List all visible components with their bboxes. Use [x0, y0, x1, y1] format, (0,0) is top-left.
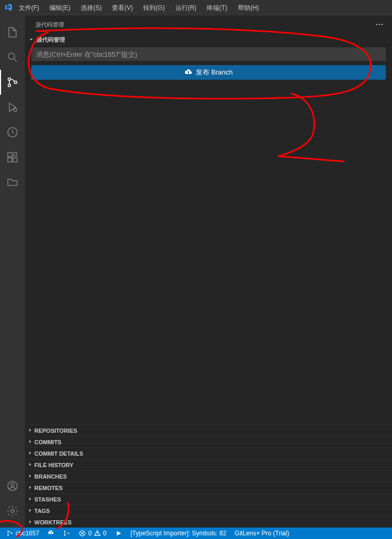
chevron-right-icon — [27, 438, 33, 446]
sidebar-title: 源代码管理 — [35, 21, 64, 29]
activity-bar — [0, 16, 25, 528]
status-debug-start[interactable] — [113, 528, 124, 539]
status-problems[interactable]: 0 0 — [77, 528, 108, 539]
svg-point-20 — [65, 534, 66, 536]
svg-point-2 — [8, 84, 11, 87]
section-worktrees[interactable]: WORKTREES — [25, 516, 392, 528]
more-actions-icon[interactable] — [375, 20, 384, 30]
publish-branch-button[interactable]: 发布 Branch — [31, 65, 386, 80]
activity-explorer[interactable] — [0, 20, 25, 45]
status-branch[interactable]: cbc1657 — [4, 528, 41, 539]
chevron-down-icon — [27, 36, 35, 43]
chevron-right-icon — [27, 484, 33, 492]
section-label: COMMITS — [34, 439, 61, 445]
chevron-right-icon — [27, 473, 33, 480]
svg-rect-7 — [8, 158, 12, 162]
chevron-right-icon — [27, 496, 33, 503]
status-errors-count: 0 — [88, 530, 92, 537]
chevron-right-icon — [27, 461, 33, 469]
status-sync[interactable] — [45, 528, 57, 539]
section-commit-details[interactable]: COMMIT DETAILS — [25, 447, 392, 459]
menu-file[interactable]: 文件(F) — [15, 2, 43, 15]
svg-point-3 — [15, 81, 17, 84]
activity-settings[interactable] — [0, 498, 25, 523]
section-label: REMOTES — [34, 485, 62, 491]
section-label: STASHES — [34, 496, 61, 503]
section-file-history[interactable]: FILE HISTORY — [25, 459, 392, 470]
svg-rect-6 — [8, 153, 12, 157]
section-commits[interactable]: COMMITS — [25, 436, 392, 447]
status-gitlens-label: GitLens+ Pro (Trial) — [235, 530, 289, 537]
section-repositories[interactable]: REPOSITORIES — [25, 424, 392, 436]
svg-point-19 — [65, 531, 66, 532]
section-label: TAGS — [34, 508, 50, 514]
status-gitlens-icon[interactable] — [61, 528, 72, 539]
menu-run[interactable]: 运行(R) — [171, 2, 201, 15]
chevron-right-icon — [27, 450, 33, 457]
svg-point-15 — [382, 23, 383, 24]
activity-run-debug[interactable] — [0, 95, 25, 120]
svg-point-14 — [379, 23, 380, 24]
section-branches[interactable]: BRANCHES — [25, 470, 392, 482]
activity-extensions[interactable] — [0, 145, 25, 170]
gitlens-sections: REPOSITORIES COMMITS COMMIT DETAILS FILE… — [25, 424, 392, 528]
svg-point-13 — [376, 23, 377, 24]
svg-point-0 — [8, 53, 15, 59]
vscode-logo-icon — [4, 3, 12, 13]
svg-rect-9 — [14, 153, 17, 156]
cloud-upload-icon — [184, 68, 193, 78]
section-label: FILE HISTORY — [34, 462, 73, 468]
menu-edit[interactable]: 编辑(E) — [45, 2, 74, 15]
chevron-right-icon — [27, 507, 33, 515]
section-label: WORKTREES — [34, 519, 72, 525]
activity-timeline[interactable] — [0, 120, 25, 145]
status-ts-importer[interactable]: [TypeScript Importer]: Symbols: 82 — [129, 528, 229, 539]
menu-selection[interactable]: 选择(S) — [77, 2, 106, 15]
scm-section-label: 源代码管理 — [36, 36, 65, 44]
section-stashes[interactable]: STASHES — [25, 493, 392, 505]
status-gitlens-pro[interactable]: GitLens+ Pro (Trial) — [233, 528, 292, 539]
svg-point-12 — [11, 509, 14, 512]
activity-folder[interactable] — [0, 170, 25, 195]
menu-go[interactable]: 转到(G) — [139, 2, 169, 15]
sidebar-header: 源代码管理 — [25, 16, 392, 34]
svg-point-17 — [7, 534, 9, 536]
section-label: BRANCHES — [34, 473, 67, 480]
status-branch-name: cbc1657 — [16, 530, 39, 537]
activity-scm[interactable] — [0, 70, 25, 95]
publish-branch-label: 发布 Branch — [196, 68, 233, 77]
section-tags[interactable]: TAGS — [25, 505, 392, 516]
section-label: COMMIT DETAILS — [34, 450, 83, 457]
section-label: REPOSITORIES — [34, 428, 77, 434]
chevron-right-icon — [27, 519, 33, 526]
chevron-right-icon — [27, 427, 33, 434]
titlebar: 文件(F) 编辑(E) 选择(S) 查看(V) 转到(G) 运行(R) 终端(T… — [0, 0, 392, 16]
scm-empty-area — [25, 84, 392, 424]
svg-point-11 — [11, 483, 14, 486]
main: 源代码管理 源代码管理 发布 Branch — [0, 16, 392, 528]
svg-point-18 — [11, 533, 12, 534]
section-remotes[interactable]: REMOTES — [25, 482, 392, 493]
activity-accounts[interactable] — [0, 473, 25, 498]
menu-view[interactable]: 查看(V) — [108, 2, 137, 15]
activity-search[interactable] — [0, 45, 25, 70]
status-ts-importer-label: [TypeScript Importer]: Symbols: 82 — [131, 530, 226, 537]
commit-message-input[interactable] — [31, 47, 386, 61]
status-warnings-count: 0 — [103, 530, 107, 537]
svg-rect-8 — [13, 158, 17, 162]
svg-point-4 — [14, 108, 17, 111]
svg-point-21 — [68, 533, 70, 534]
scm-body: 发布 Branch — [25, 45, 392, 84]
scm-section-header[interactable]: 源代码管理 — [25, 34, 392, 45]
menu-terminal[interactable]: 终端(T) — [203, 2, 231, 15]
statusbar: cbc1657 0 0 [TypeScript Importer]: Symbo… — [0, 528, 392, 539]
svg-point-1 — [8, 78, 11, 81]
menu-help[interactable]: 帮助(H) — [234, 2, 263, 15]
sidebar: 源代码管理 源代码管理 发布 Branch — [25, 16, 392, 528]
